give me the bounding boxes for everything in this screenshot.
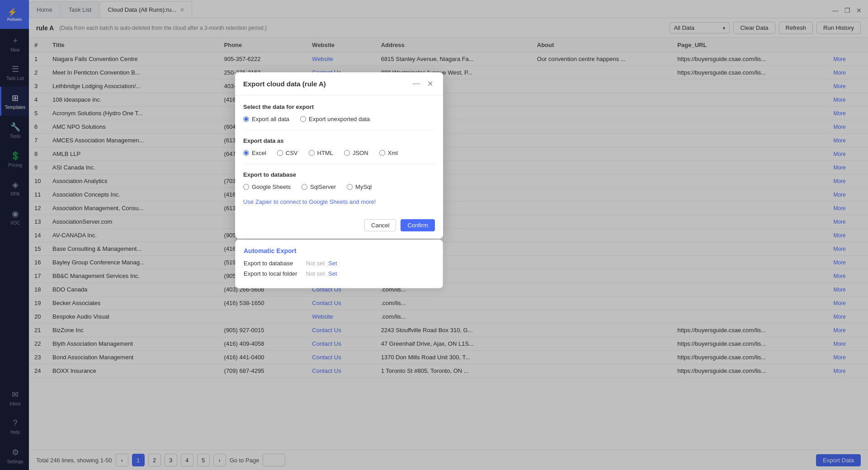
format-xml-label: Xml: [388, 150, 398, 156]
export-unexported-option[interactable]: Export unexported data: [300, 116, 370, 122]
modal-close-button[interactable]: ✕: [425, 79, 435, 89]
format-html-option[interactable]: HTML: [309, 150, 333, 156]
db-mysql-label: MySql: [355, 183, 372, 190]
format-csv-label: CSV: [286, 150, 298, 156]
format-json-option[interactable]: JSON: [344, 150, 368, 156]
data-selection-group: Export all data Export unexported data: [243, 116, 435, 122]
export-format-section-title: Export data as: [243, 137, 435, 144]
modal-minimize-button[interactable]: —: [411, 79, 421, 89]
modal-controls: — ✕: [411, 79, 435, 89]
auto-export-title: Automatic Export: [244, 247, 434, 254]
auto-export-db-set-link[interactable]: Set: [328, 260, 337, 267]
format-csv-option[interactable]: CSV: [277, 150, 298, 156]
zapier-link[interactable]: Use Zapier to connect to Google Sheets a…: [243, 198, 376, 205]
modal-body: Select the data for export Export all da…: [235, 95, 443, 214]
format-json-label: JSON: [353, 150, 368, 156]
export-modal: Export cloud data (rule A) — ✕ Select th…: [235, 72, 443, 239]
format-html-label: HTML: [317, 150, 333, 156]
export-all-option[interactable]: Export all data: [243, 116, 289, 122]
format-xml-radio[interactable]: [379, 150, 385, 156]
section-divider-2: [243, 164, 435, 164]
export-db-section-title: Export to database: [243, 171, 435, 178]
format-excel-radio[interactable]: [243, 150, 249, 156]
auto-export-folder-value: Not set: [306, 270, 325, 277]
modal-header: Export cloud data (rule A) — ✕: [235, 72, 443, 95]
auto-export-db-value: Not set: [306, 260, 325, 267]
auto-export-db-label: Export to database: [244, 260, 302, 267]
db-mysql-radio[interactable]: [347, 184, 353, 190]
db-selection-group: Google Sheets SqlServer MySql: [243, 183, 435, 190]
db-sql-radio[interactable]: [302, 184, 307, 190]
format-excel-label: Excel: [252, 150, 266, 156]
format-xml-option[interactable]: Xml: [379, 150, 398, 156]
format-json-radio[interactable]: [344, 150, 350, 156]
auto-export-db-row: Export to database Not set Set: [244, 260, 434, 267]
export-unexported-label: Export unexported data: [309, 116, 370, 122]
auto-export-folder-row: Export to local folder Not set Set: [244, 270, 434, 277]
modal-footer: Cancel Confirm: [235, 214, 443, 239]
db-google-label: Google Sheets: [252, 183, 291, 190]
format-html-radio[interactable]: [309, 150, 315, 156]
db-google-radio[interactable]: [243, 184, 249, 190]
format-csv-radio[interactable]: [277, 150, 283, 156]
db-mysql-option[interactable]: MySql: [347, 183, 372, 190]
export-unexported-radio[interactable]: [300, 116, 306, 122]
format-excel-option[interactable]: Excel: [243, 150, 266, 156]
db-google-option[interactable]: Google Sheets: [243, 183, 291, 190]
export-all-label: Export all data: [252, 116, 289, 122]
select-data-section-title: Select the data for export: [243, 103, 435, 110]
cancel-button[interactable]: Cancel: [364, 219, 396, 231]
export-all-radio[interactable]: [243, 116, 249, 122]
format-selection-group: Excel CSV HTML JSON Xml: [243, 150, 435, 156]
db-sql-label: SqlServer: [310, 183, 336, 190]
confirm-button[interactable]: Confirm: [401, 219, 435, 231]
db-sql-option[interactable]: SqlServer: [302, 183, 336, 190]
section-divider-1: [243, 130, 435, 130]
auto-export-panel: Automatic Export Export to database Not …: [235, 240, 443, 288]
modal-title: Export cloud data (rule A): [243, 80, 326, 88]
auto-export-folder-set-link[interactable]: Set: [328, 270, 337, 277]
auto-export-folder-label: Export to local folder: [244, 270, 302, 277]
